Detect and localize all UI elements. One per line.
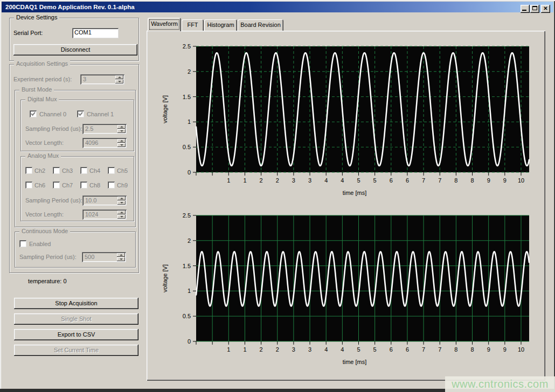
y-tick-label: 2 xyxy=(188,237,191,244)
tab-waveform[interactable]: Waveform xyxy=(148,18,181,31)
maximize-button[interactable] xyxy=(530,5,539,13)
tab-waveform-label: Waveform xyxy=(151,20,178,27)
spin-down-icon xyxy=(117,257,125,261)
spin-down-icon xyxy=(117,201,126,205)
serial-port-label: Serial Port: xyxy=(13,30,43,36)
spin-down-icon xyxy=(115,80,123,83)
spin-buttons xyxy=(117,211,126,219)
serial-port-input[interactable]: COM1 xyxy=(72,28,119,38)
digital-sampling-period-value: 2.5 xyxy=(85,125,93,132)
x-tick-label: 5 xyxy=(357,177,360,184)
x-tick-label: 3 xyxy=(292,346,295,353)
close-icon: ✕ xyxy=(543,5,547,11)
x-tick-label: 10 xyxy=(518,177,524,184)
minimize-icon xyxy=(522,10,526,11)
maximize-icon xyxy=(532,6,537,10)
x-tick-label: 2 xyxy=(276,346,279,353)
enabled-checkbox xyxy=(19,240,26,247)
experiment-period-label: Experiment period (s): xyxy=(13,76,72,82)
ch5-checkbox xyxy=(108,167,115,174)
analog-sampling-period-label: Sampling Period (us): xyxy=(25,197,82,204)
spin-up-icon xyxy=(115,75,123,79)
continuous-mode-legend: Continuous Mode xyxy=(19,228,70,234)
ch8-label: Ch8 xyxy=(89,182,100,188)
x-tick-label: 8 xyxy=(470,346,474,353)
y-axis-label: voltage [V] xyxy=(162,95,168,123)
continuous-sampling-period-value: 500 xyxy=(85,254,94,260)
spin-down-icon xyxy=(117,143,126,147)
disconnect-button[interactable]: Disconnect xyxy=(13,44,137,55)
watermark: www.cntronics.com xyxy=(445,376,555,392)
ch8-checkbox xyxy=(80,181,87,188)
ch6-checkbox xyxy=(25,181,32,188)
tab-board-revision[interactable]: Board Revision xyxy=(238,19,283,31)
x-tick-label: 8 xyxy=(454,177,457,184)
analog-vector-length-label: Vector Length: xyxy=(25,211,64,218)
stop-acquisition-button[interactable]: Stop Acquisition xyxy=(14,298,138,309)
x-tick-label: 8 xyxy=(470,177,474,184)
x-tick-label: 3 xyxy=(308,346,311,353)
digital-mux-legend: Digital Mux xyxy=(25,96,59,102)
device-settings-group: Device Settings Serial Port: COM1 Discon… xyxy=(9,18,139,61)
x-tick-label: 7 xyxy=(422,346,425,353)
channel0-checkbox xyxy=(30,110,37,117)
spin-buttons xyxy=(117,125,126,133)
y-tick-label: 1 xyxy=(188,288,191,294)
minimize-button[interactable] xyxy=(521,5,530,13)
single-shot-button: Single Shot xyxy=(14,313,138,325)
acquisition-settings-group: Acquisition Settings Experiment period (… xyxy=(9,64,139,273)
y-tick-label: 2 xyxy=(188,68,191,75)
spin-up-icon xyxy=(117,139,126,143)
ch5-label: Ch5 xyxy=(117,167,128,174)
x-tick-label: 2 xyxy=(260,346,263,353)
x-tick-label: 1 xyxy=(227,346,230,353)
check-icon xyxy=(31,111,36,116)
digital-vector-length-label: Vector Length: xyxy=(25,139,64,146)
export-csv-button[interactable]: Export to CSV xyxy=(14,329,138,340)
set-current-time-button: Set Current Time xyxy=(14,345,138,356)
y-axis-label: voltage [V] xyxy=(162,264,168,292)
x-tick-label: 3 xyxy=(308,177,311,184)
ch9-checkbox xyxy=(108,181,115,188)
ch2-label: Ch2 xyxy=(34,167,45,174)
ch2-checkbox xyxy=(25,167,32,174)
digital-vector-length-value: 4096 xyxy=(85,139,98,146)
tab-board-revision-label: Board Revision xyxy=(240,22,281,28)
x-tick-label: 1 xyxy=(243,177,246,184)
digital-vector-length-spinner: 4096 xyxy=(82,138,127,148)
window-title: 200CDAQ1 Demo Application Rev. 0.1-alpha xyxy=(5,4,135,10)
x-axis-label: time [ms] xyxy=(343,359,367,365)
y-tick-label: 0 xyxy=(188,338,191,345)
y-tick-label: 2.5 xyxy=(183,43,191,50)
x-tick-label: 2 xyxy=(276,177,279,184)
tab-fft-label: FFT xyxy=(187,22,198,28)
y-tick-label: 0.5 xyxy=(183,313,191,319)
spin-buttons xyxy=(117,253,125,261)
ch9-label: Ch9 xyxy=(117,182,128,188)
tab-fft[interactable]: FFT xyxy=(182,19,204,31)
x-tick-label: 2 xyxy=(260,177,263,184)
x-tick-label: 4 xyxy=(324,346,328,353)
x-tick-label: 1 xyxy=(227,177,230,184)
spin-buttons xyxy=(117,197,126,205)
y-tick-label: 0.5 xyxy=(183,144,191,150)
y-tick-label: 2.5 xyxy=(183,212,191,219)
continuous-sampling-period-spinner: 500 xyxy=(82,252,126,262)
x-tick-label: 3 xyxy=(292,177,295,184)
x-tick-label: 6 xyxy=(390,346,393,353)
x-tick-label: 1 xyxy=(243,346,246,353)
spin-up-icon xyxy=(117,211,126,214)
waveform-chart-channel0: 1122334455667788991000.511.522.5time [ms… xyxy=(157,41,535,198)
digital-sampling-period-spinner: 2.5 xyxy=(82,124,127,134)
tab-histogram[interactable]: Histogram xyxy=(204,19,237,31)
device-settings-legend: Device Settings xyxy=(14,14,59,20)
export-csv-label: Export to CSV xyxy=(58,331,95,338)
spin-up-icon xyxy=(117,125,126,129)
stop-acquisition-label: Stop Acquisition xyxy=(55,300,97,306)
x-tick-label: 7 xyxy=(422,177,425,184)
title-bar[interactable]: 200CDAQ1 Demo Application Rev. 0.1-alpha… xyxy=(2,2,553,12)
spin-up-icon xyxy=(117,253,125,257)
x-tick-label: 4 xyxy=(324,177,328,184)
x-tick-label: 6 xyxy=(390,177,393,184)
close-button[interactable]: ✕ xyxy=(541,5,550,13)
